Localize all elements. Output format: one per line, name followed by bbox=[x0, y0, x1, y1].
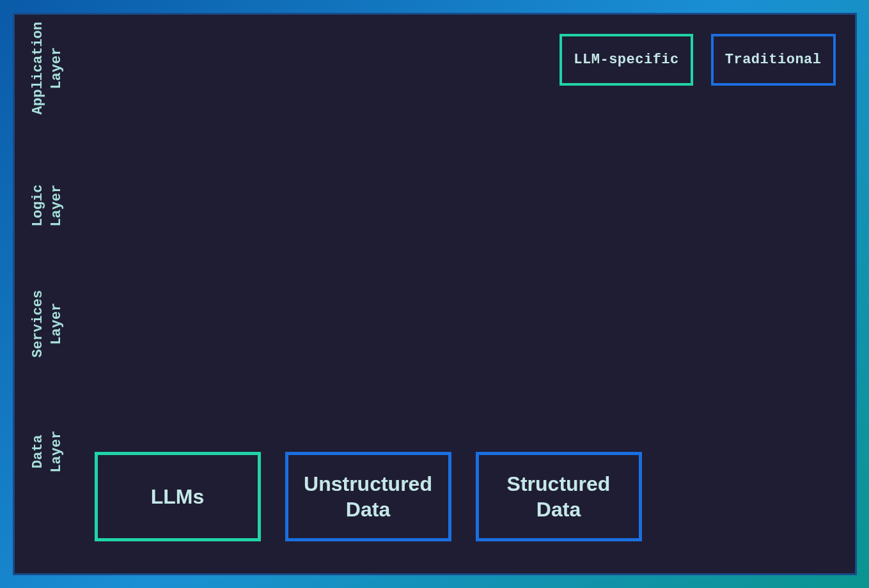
layer-label-logic: LogicLayer bbox=[29, 142, 66, 270]
legend: LLM-specific Traditional bbox=[560, 34, 835, 86]
legend-traditional: Traditional bbox=[711, 34, 836, 86]
layer-label-services: ServicesLayer bbox=[29, 260, 66, 388]
data-box-llms: LLMs bbox=[95, 452, 261, 541]
data-box-unstructured: UnstructuredData bbox=[285, 452, 451, 541]
architecture-diagram: LLM-specific Traditional ApplicationLaye… bbox=[13, 13, 857, 575]
layer-labels: ApplicationLayer LogicLayer ServicesLaye… bbox=[22, 15, 74, 573]
layer-label-application: ApplicationLayer bbox=[29, 4, 66, 132]
legend-llm-specific: LLM-specific bbox=[560, 34, 693, 86]
data-layer-row: LLMs UnstructuredData StructuredData bbox=[95, 452, 642, 541]
data-box-structured: StructuredData bbox=[476, 452, 642, 541]
layer-label-data: DataLayer bbox=[29, 388, 66, 516]
